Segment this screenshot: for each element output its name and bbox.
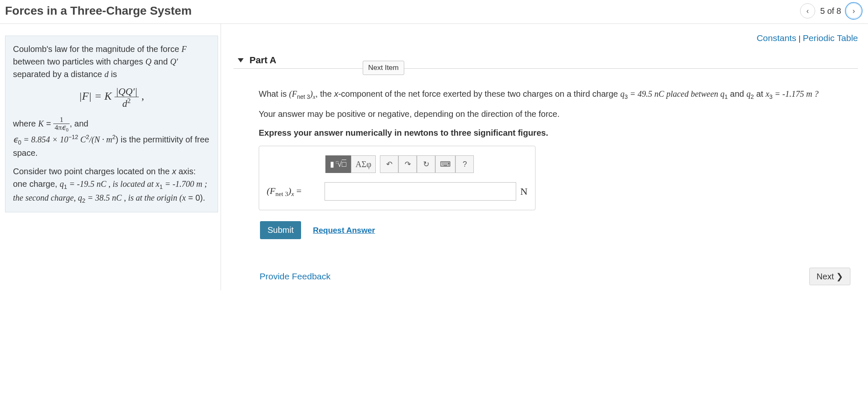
answer-input[interactable]: [325, 182, 516, 201]
periodic-table-link[interactable]: Periodic Table: [803, 33, 858, 43]
constants-link[interactable]: Constants: [756, 33, 796, 43]
format-hint: Express your answer numerically in newto…: [259, 127, 854, 139]
reference-links: Constants | Periodic Table: [234, 31, 858, 55]
answer-row: (Fnet 3)x = N: [267, 182, 528, 201]
sqrt-icon: □√□: [336, 160, 346, 169]
page-header: Forces in a Three-Charge System ‹ 5 of 8…: [0, 0, 868, 24]
equation-toolbar: ▮ □√□ ΑΣφ ↶ ↷ ↻ ⌨ ?: [325, 155, 528, 173]
next-part-button[interactable]: Next ❯: [809, 268, 850, 285]
provide-feedback-link[interactable]: Provide Feedback: [260, 270, 330, 283]
next-button[interactable]: ›: [846, 3, 861, 18]
next-item-button[interactable]: Next Item: [363, 61, 404, 75]
page-nav: ‹ 5 of 8 ›: [800, 3, 861, 18]
help-button[interactable]: ?: [455, 155, 474, 173]
page-counter: 5 of 8: [820, 6, 841, 16]
help-icon: ?: [463, 160, 467, 169]
answer-label: (Fnet 3)x =: [267, 184, 320, 199]
undo-icon: ↶: [386, 160, 392, 169]
keyboard-button[interactable]: ⌨: [435, 155, 455, 173]
problem-info: Coulomb's law for the magnitude of the f…: [5, 36, 218, 212]
rect-icon: ▮: [330, 160, 334, 169]
request-answer-link[interactable]: Request Answer: [313, 224, 375, 236]
question-content: What is (Fnet 3)x, the x-component of th…: [234, 69, 858, 290]
content-footer: Provide Feedback Next ❯: [259, 239, 854, 290]
prev-button[interactable]: ‹: [800, 3, 815, 18]
undo-button[interactable]: ↶: [380, 155, 398, 173]
reset-icon: ↻: [423, 160, 429, 169]
charge-setup: Consider two point charges located on th…: [13, 165, 210, 205]
direction-hint: Your answer may be positive or negative,…: [259, 108, 854, 120]
chevron-right-icon: ›: [852, 7, 855, 15]
reset-button[interactable]: ↻: [417, 155, 435, 173]
coulomb-formula: |F| = K |QQ′| d2 ,: [13, 86, 210, 108]
answer-unit: N: [520, 184, 528, 199]
greek-button[interactable]: ΑΣφ: [351, 155, 376, 173]
left-column: Coulomb's law for the magnitude of the f…: [0, 24, 221, 290]
chevron-left-icon: ‹: [806, 7, 809, 15]
redo-button[interactable]: ↷: [398, 155, 417, 173]
part-header[interactable]: Part A Next Item: [234, 55, 858, 69]
answer-box: ▮ □√□ ΑΣφ ↶ ↷ ↻ ⌨ ? (Fnet 3)x =: [259, 146, 535, 210]
coulomb-intro: Coulomb's law for the magnitude of the f…: [13, 43, 210, 80]
templates-button[interactable]: ▮ □√□: [325, 155, 351, 173]
k-definition: where K = 1 4πϵ0 , and ϵ0 = 8.854 × 10−1…: [13, 116, 210, 159]
part-label: Part A: [249, 55, 276, 66]
page-title: Forces in a Three-Charge System: [5, 4, 192, 18]
collapse-icon: [238, 58, 244, 62]
right-column: Constants | Periodic Table Part A Next I…: [221, 24, 868, 290]
submit-button[interactable]: Submit: [260, 221, 301, 239]
main-content: Coulomb's law for the magnitude of the f…: [0, 24, 868, 290]
answer-actions: Submit Request Answer: [259, 221, 854, 239]
keyboard-icon: ⌨: [440, 160, 451, 169]
redo-icon: ↷: [405, 160, 411, 169]
question-text: What is (Fnet 3)x, the x-component of th…: [259, 88, 854, 101]
